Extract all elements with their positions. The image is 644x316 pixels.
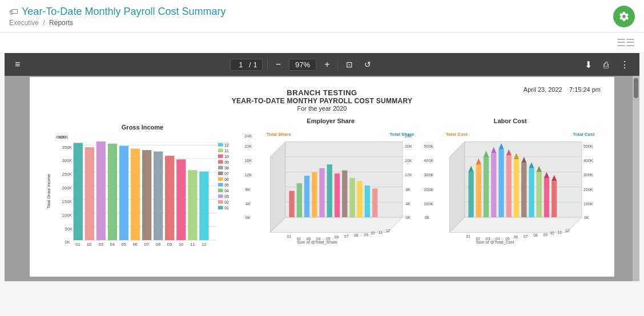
svg-rect-58 <box>218 189 223 192</box>
svg-rect-140 <box>506 155 512 217</box>
page-title-text: Year-To-Date Monthly Payroll Cost Summar… <box>22 6 226 18</box>
svg-rect-95 <box>335 173 340 217</box>
svg-marker-116 <box>450 141 465 232</box>
svg-text:06: 06 <box>514 235 518 239</box>
svg-text:100K: 100K <box>583 201 593 206</box>
svg-text:04: 04 <box>110 242 115 247</box>
header-left: 🏷 Year-To-Date Monthly Payroll Cost Summ… <box>9 6 226 27</box>
gross-income-chart: Gross Income Total Gross Income 0K 50K 1… <box>47 124 238 250</box>
sub-toolbar: ☰☰ <box>0 33 644 53</box>
svg-text:12: 12 <box>202 242 206 247</box>
labor-cost-title: Labor Cost <box>494 118 527 124</box>
tag-icon: 🏷 <box>9 7 18 17</box>
pdf-date-time: April 23, 2022 7:15:24 pm <box>524 86 601 93</box>
svg-text:08: 08 <box>224 166 229 170</box>
svg-text:24K: 24K <box>244 133 252 139</box>
svg-rect-93 <box>319 168 324 217</box>
svg-text:4K: 4K <box>245 201 251 206</box>
svg-rect-60 <box>218 195 223 198</box>
svg-rect-138 <box>492 153 497 217</box>
svg-text:400K: 400K <box>424 158 434 163</box>
menu-lines-icon[interactable]: ☰☰ <box>617 37 635 49</box>
svg-text:11: 11 <box>558 230 562 234</box>
scrollbar-thumb[interactable] <box>634 78 638 98</box>
divider-2 <box>337 59 338 70</box>
svg-rect-90 <box>297 183 302 217</box>
fit-page-button[interactable]: ⊡ <box>343 58 356 71</box>
svg-marker-114 <box>450 217 582 232</box>
svg-rect-144 <box>537 172 542 217</box>
svg-rect-94 <box>327 164 332 217</box>
svg-text:4K: 4K <box>405 201 410 206</box>
zoom-in-button[interactable]: + <box>321 57 333 72</box>
rotate-button[interactable]: ↺ <box>361 58 375 71</box>
svg-rect-29 <box>199 172 208 240</box>
svg-text:03: 03 <box>98 242 103 247</box>
page-number-input[interactable] <box>235 60 247 69</box>
svg-text:06: 06 <box>335 235 339 239</box>
svg-text:08: 08 <box>534 233 538 237</box>
report-period: For the year 2020 <box>47 105 597 112</box>
svg-rect-46 <box>218 155 223 158</box>
svg-rect-20 <box>96 141 106 240</box>
labor-cost-area: 0K 100K 200K 300K 400K 500K 0K 100K 200K… <box>423 127 597 250</box>
svg-text:08: 08 <box>354 233 359 237</box>
svg-text:09: 09 <box>544 233 548 237</box>
svg-text:250K: 250K <box>62 172 73 177</box>
svg-rect-25 <box>154 152 163 240</box>
breadcrumb-parent[interactable]: Executive <box>9 19 39 27</box>
svg-text:07: 07 <box>224 172 229 176</box>
svg-text:10: 10 <box>371 231 375 235</box>
zoom-out-icon: − <box>276 59 281 70</box>
svg-rect-143 <box>529 168 534 217</box>
svg-text:0K: 0K <box>65 240 70 245</box>
svg-rect-141 <box>514 159 519 217</box>
svg-text:01: 01 <box>287 234 291 238</box>
svg-rect-52 <box>218 172 223 175</box>
report-subtitle: YEAR-TO-DATE MONTHY PAYROLL COST SUMMARY <box>47 97 597 105</box>
svg-rect-145 <box>544 178 549 217</box>
svg-text:16K: 16K <box>244 158 252 163</box>
svg-text:07: 07 <box>524 234 529 238</box>
svg-text:150K: 150K <box>62 199 73 204</box>
svg-text:20K: 20K <box>244 144 252 149</box>
page-info: / 1 <box>230 59 263 71</box>
labor-cost-svg: 0K 100K 200K 300K 400K 500K 0K 100K 200K… <box>423 127 597 248</box>
svg-text:07: 07 <box>144 242 149 247</box>
report-date: April 23, 2022 <box>524 86 562 93</box>
print-button[interactable]: ⎙ <box>600 58 612 72</box>
employer-share-chart: Employer Share <box>244 118 418 250</box>
svg-text:10: 10 <box>550 231 555 235</box>
pdf-scrollbar[interactable] <box>633 76 639 281</box>
employer-share-title: Employer Share <box>307 118 355 124</box>
labor-cost-chart: Labor Cost <box>423 118 597 250</box>
zoom-out-button[interactable]: − <box>272 57 284 72</box>
svg-text:03: 03 <box>307 237 311 241</box>
svg-text:01: 01 <box>224 206 229 210</box>
more-options-button[interactable]: ⋮ <box>617 57 633 72</box>
svg-text:10: 10 <box>179 242 183 247</box>
svg-rect-142 <box>522 163 527 217</box>
svg-text:01: 01 <box>466 234 471 238</box>
report-time: 7:15:24 pm <box>569 86 601 93</box>
download-button[interactable]: ⬇ <box>581 57 595 72</box>
svg-rect-27 <box>176 160 186 241</box>
svg-text:12: 12 <box>565 229 570 233</box>
svg-text:02: 02 <box>224 200 229 204</box>
svg-rect-42 <box>218 143 223 147</box>
avatar-button[interactable] <box>613 6 635 27</box>
svg-rect-26 <box>165 156 174 240</box>
svg-text:11: 11 <box>224 149 229 153</box>
svg-text:500K: 500K <box>424 144 434 149</box>
fit-icon: ⊡ <box>346 60 353 69</box>
gross-income-chart-area: Total Gross Income 0K 50K 100K 150K 200K… <box>47 133 238 250</box>
svg-text:11: 11 <box>190 242 195 247</box>
svg-rect-54 <box>218 177 223 181</box>
svg-text:05: 05 <box>506 237 510 241</box>
pdf-menu-button[interactable]: ≡ <box>11 57 23 72</box>
svg-rect-146 <box>552 181 557 217</box>
employer-share-area: 0K 4K 8K 12K 16K 20K 24K 0K 4K 8K 12K <box>244 127 418 250</box>
svg-text:350K: 350K <box>62 145 73 150</box>
svg-text:400K: 400K <box>583 158 593 163</box>
svg-text:Total Cost: Total Cost <box>573 132 595 137</box>
